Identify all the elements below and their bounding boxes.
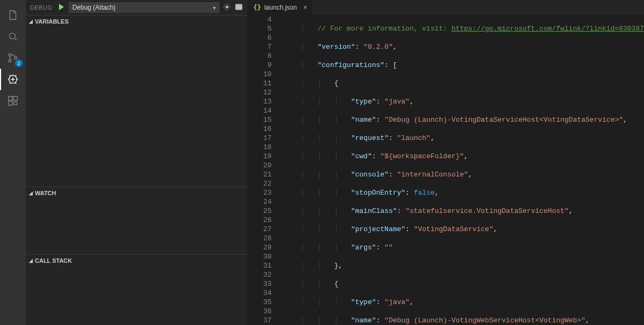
section-watch-header[interactable]: ◢WATCH — [26, 187, 247, 198]
svg-rect-7 — [9, 101, 12, 105]
search-icon[interactable] — [0, 26, 26, 47]
close-icon[interactable]: × — [303, 4, 307, 11]
section-watch-body — [26, 198, 247, 254]
tab-launch-json[interactable]: {} launch.json × — [248, 0, 313, 15]
section-callstack-body — [26, 266, 247, 325]
extensions-icon[interactable] — [0, 90, 26, 112]
explorer-icon[interactable] — [0, 4, 26, 26]
scm-badge: 2 — [15, 60, 23, 67]
json-file-icon: {} — [253, 4, 261, 11]
debug-header: DEBUG Debug (Attach) — [26, 0, 247, 15]
debug-title: DEBUG — [30, 4, 53, 11]
console-icon[interactable] — [235, 3, 243, 13]
section-variables-body — [26, 27, 247, 187]
tab-bar: {} launch.json × — [248, 0, 644, 15]
fold-gutter[interactable] — [276, 15, 283, 325]
svg-rect-8 — [14, 102, 17, 105]
svg-point-0 — [10, 33, 16, 39]
line-number-gutter: 4567891011121314151617181920212223242526… — [258, 15, 276, 325]
gear-icon[interactable] — [223, 3, 231, 13]
source-control-icon[interactable]: 2 — [0, 47, 26, 69]
activity-bar: 2 — [0, 0, 26, 325]
editor-area: {} launch.json × 45678910111213141516171… — [248, 0, 644, 325]
svg-rect-5 — [9, 97, 12, 100]
svg-rect-10 — [236, 4, 242, 10]
svg-point-9 — [226, 5, 228, 8]
breakpoint-gutter[interactable] — [248, 15, 258, 325]
code-content[interactable]: │ // For more information, visit: https:… — [283, 15, 644, 325]
svg-point-3 — [14, 57, 17, 60]
section-variables-header[interactable]: ◢VARIABLES — [26, 15, 247, 27]
debug-config-text: Debug (Attach) — [72, 4, 116, 11]
svg-rect-6 — [13, 97, 17, 100]
tab-title: launch.json — [264, 4, 297, 11]
debug-config-select[interactable]: Debug (Attach) — [69, 2, 219, 13]
svg-point-1 — [9, 54, 11, 56]
debug-sidebar: DEBUG Debug (Attach) ◢VARIABLES ◢WATCH ◢… — [26, 0, 248, 325]
debug-icon[interactable] — [0, 69, 26, 90]
code-editor[interactable]: 4567891011121314151617181920212223242526… — [248, 15, 644, 325]
section-callstack-header[interactable]: ◢CALL STACK — [26, 254, 247, 266]
start-debug-button[interactable] — [57, 3, 65, 13]
svg-point-2 — [9, 60, 11, 62]
